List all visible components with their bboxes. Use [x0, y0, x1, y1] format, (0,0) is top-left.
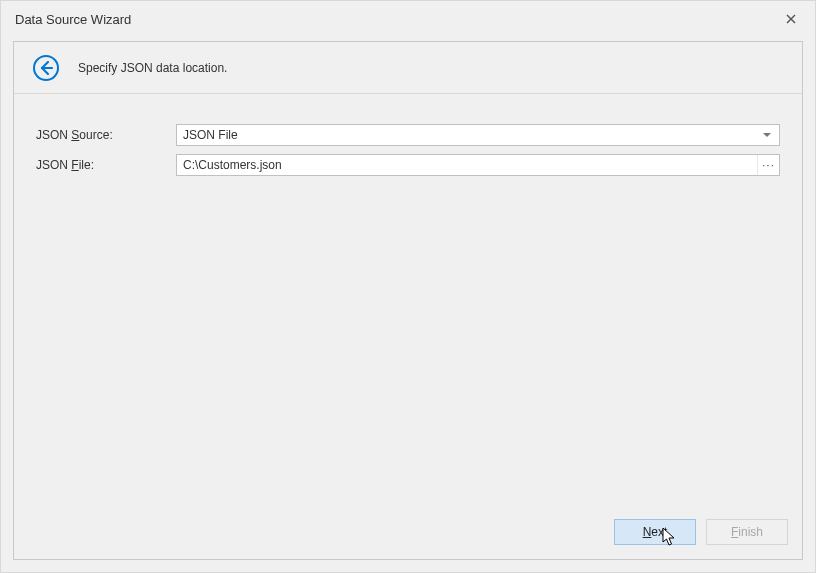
- ellipsis-icon: ···: [762, 158, 775, 172]
- json-file-input[interactable]: [177, 155, 757, 175]
- next-button[interactable]: Next: [614, 519, 696, 545]
- browse-button[interactable]: ···: [757, 155, 779, 175]
- chevron-down-icon: [763, 133, 771, 137]
- json-file-row: JSON File: ···: [36, 154, 780, 176]
- header-instruction: Specify JSON data location.: [78, 61, 227, 75]
- titlebar: Data Source Wizard: [1, 1, 815, 37]
- content-frame: Specify JSON data location. JSON Source:…: [13, 41, 803, 560]
- close-button[interactable]: [779, 7, 803, 31]
- close-icon: [786, 14, 796, 24]
- json-source-value: JSON File: [183, 128, 763, 142]
- button-bar: Next Finish: [614, 519, 788, 545]
- json-source-label: JSON Source:: [36, 128, 176, 142]
- wizard-window: Data Source Wizard Specify JSON data loc…: [0, 0, 816, 573]
- back-button[interactable]: [32, 54, 60, 82]
- window-title: Data Source Wizard: [15, 12, 131, 27]
- back-arrow-icon: [32, 54, 60, 82]
- header-row: Specify JSON data location.: [14, 42, 802, 94]
- json-file-label: JSON File:: [36, 158, 176, 172]
- finish-button: Finish: [706, 519, 788, 545]
- json-file-input-wrap: ···: [176, 154, 780, 176]
- json-source-row: JSON Source: JSON File: [36, 124, 780, 146]
- json-source-combo[interactable]: JSON File: [176, 124, 780, 146]
- form-area: JSON Source: JSON File JSON File: ···: [14, 94, 802, 176]
